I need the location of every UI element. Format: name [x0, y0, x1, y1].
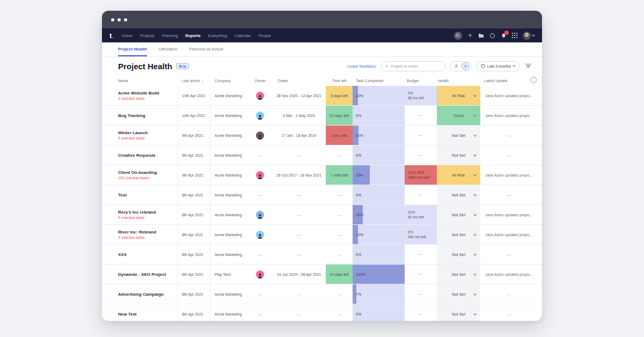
- owner-avatar[interactable]: [256, 231, 264, 239]
- header-latest-update[interactable]: Latest Update: [480, 79, 538, 83]
- project-name[interactable]: XXX: [118, 252, 127, 257]
- table-row[interactable]: Client On-boarding 152 overdue tasks 9th…: [102, 165, 542, 185]
- header-time-left[interactable]: Time left: [326, 79, 353, 83]
- header-budget[interactable]: Budget: [405, 79, 437, 83]
- tab-utilization[interactable]: Utilization: [159, 42, 178, 56]
- header-health[interactable]: Health: [437, 79, 480, 83]
- chevron-down-icon: [473, 134, 477, 137]
- project-name[interactable]: River Inc: Rebrand: [118, 230, 156, 235]
- latest-update: ---: [480, 284, 538, 304]
- project-name[interactable]: Bug Tracking: [118, 113, 145, 118]
- health-dropdown[interactable]: Not Set: [437, 205, 480, 224]
- tab-planned-vs-actual[interactable]: Planned vs Actual: [189, 42, 223, 56]
- table-row[interactable]: Advertising Campaign 8th Apr 2021 Acme M…: [102, 284, 542, 304]
- project-dates: 3 Mar - 1 May 2021: [272, 106, 326, 125]
- table-row[interactable]: XXX 8th Apr 2021 Acme Marketing --- --- …: [102, 245, 542, 265]
- date-range-selector[interactable]: Last 3 months: [476, 61, 520, 71]
- window-control-close[interactable]: [111, 18, 114, 21]
- overdue-tasks-label: 152 overdue tasks: [118, 176, 149, 180]
- health-dropdown[interactable]: Not Set: [437, 304, 480, 321]
- owner-avatar[interactable]: [256, 270, 264, 279]
- health-dropdown[interactable]: Not Set: [437, 225, 480, 244]
- owner-avatar[interactable]: [256, 131, 264, 140]
- add-icon[interactable]: [467, 33, 473, 38]
- health-dropdown[interactable]: Not Set: [437, 245, 480, 264]
- nav-item-calendar[interactable]: Calendar: [235, 33, 251, 38]
- health-dropdown[interactable]: Not Set: [437, 284, 480, 304]
- header-owner[interactable]: Owner: [248, 79, 272, 83]
- table-row[interactable]: Creative Requests 9th Apr 2021 Acme Mark…: [102, 145, 542, 165]
- overdue-tasks-label: 5 overdue tasks: [118, 136, 144, 140]
- report-tabs: Project Health Utilization Planned vs Ac…: [102, 42, 542, 57]
- table-row[interactable]: New Test 8th Apr 2021 Acme Marketing ---…: [102, 304, 542, 321]
- nav-item-everything[interactable]: Everything: [208, 33, 227, 38]
- health-dropdown[interactable]: Not Set: [437, 126, 480, 145]
- header-company[interactable]: Company: [210, 79, 248, 83]
- info-icon[interactable]: i: [530, 77, 537, 83]
- project-name[interactable]: Acme Website Build: [118, 91, 159, 96]
- owner-avatar[interactable]: [256, 171, 264, 179]
- search-icon[interactable]: [454, 32, 462, 40]
- project-name[interactable]: Client On-boarding: [118, 170, 157, 175]
- latest-update: ---: [480, 126, 538, 145]
- app-logo[interactable]: t.: [109, 32, 114, 39]
- filter-icon[interactable]: [524, 63, 532, 70]
- last-active-date: 8th Apr 2021: [178, 245, 210, 264]
- project-name[interactable]: Creative Requests: [118, 153, 156, 158]
- header-task-completion[interactable]: Task Completion: [353, 79, 405, 83]
- owner-avatar[interactable]: [256, 211, 264, 219]
- sort-desc-icon: ↓: [201, 79, 203, 83]
- nav-item-planning[interactable]: Planning: [162, 33, 178, 38]
- notifications-bell-icon[interactable]: [501, 33, 507, 39]
- table-row[interactable]: Winter Launch 5 overdue tasks 9th Apr 20…: [102, 126, 542, 145]
- project-name[interactable]: Advertising Campaign: [118, 292, 164, 297]
- project-name[interactable]: Rory's Inc rebrand: [118, 210, 156, 215]
- owner-avatar[interactable]: [256, 92, 264, 100]
- window-control-zoom[interactable]: [124, 18, 127, 21]
- table-row[interactable]: Test 8th Apr 2021 Acme Marketing --- ---…: [102, 185, 542, 205]
- table-row[interactable]: Bug Tracking 10th Apr 2021 Acme Marketin…: [102, 106, 542, 126]
- apps-grid-icon[interactable]: [512, 33, 518, 39]
- health-dropdown[interactable]: At Risk: [437, 86, 480, 105]
- table-row[interactable]: Rory's Inc rebrand 9 overdue tasks 8th A…: [102, 205, 542, 225]
- budget-cell: 0% 450 hrs left: [405, 225, 437, 244]
- leave-feedback-link[interactable]: Leave feedback: [347, 64, 376, 69]
- health-status: At Risk: [452, 93, 465, 98]
- budget-cell: ---: [405, 106, 437, 125]
- health-dropdown[interactable]: Not Set: [437, 145, 480, 165]
- table-row[interactable]: River Inc: Rebrand 9 overdue tasks 8th A…: [102, 225, 542, 245]
- search-input[interactable]: [391, 64, 441, 68]
- owner-cell: ---: [248, 284, 272, 304]
- table-row[interactable]: Acme Website Build 3 overdue tasks 10th …: [102, 86, 542, 106]
- nav-item-people[interactable]: People: [259, 33, 271, 38]
- project-name[interactable]: Test: [118, 193, 127, 197]
- help-icon[interactable]: [489, 33, 495, 39]
- nav-item-projects[interactable]: Projects: [140, 33, 155, 38]
- gear-icon[interactable]: [462, 62, 470, 70]
- health-dropdown[interactable]: Not Set: [437, 185, 480, 204]
- health-dropdown[interactable]: Not Set: [437, 265, 480, 284]
- header-dates[interactable]: Dates: [272, 79, 326, 83]
- tab-project-health[interactable]: Project Health: [118, 42, 147, 56]
- project-name[interactable]: Winter Launch: [118, 130, 148, 135]
- latest-update: ---: [480, 245, 538, 264]
- project-name[interactable]: New Test: [118, 312, 137, 317]
- user-menu[interactable]: [523, 32, 535, 40]
- person-icon[interactable]: [454, 64, 459, 69]
- header-name[interactable]: Name: [118, 79, 178, 83]
- table-row[interactable]: Dynamite - SEO Project 8th Apr 2021 Play…: [102, 265, 542, 284]
- nav-item-reports[interactable]: Reports: [185, 33, 200, 38]
- owner-avatar[interactable]: [256, 112, 264, 120]
- task-completion-cell: 20%: [353, 205, 405, 224]
- health-dropdown[interactable]: At Risk: [437, 165, 480, 185]
- nav-item-home[interactable]: Home: [122, 33, 133, 38]
- folder-icon[interactable]: [478, 33, 484, 38]
- budget-hours: 65 hrs left: [408, 96, 424, 100]
- project-name[interactable]: Dynamite - SEO Project: [118, 272, 166, 277]
- header-last-active[interactable]: Last active↓: [178, 79, 210, 83]
- chevron-down-icon: [473, 114, 477, 117]
- company-name: Acme Marketing: [210, 126, 248, 145]
- company-name: Acme Marketing: [210, 145, 248, 165]
- window-control-minimize[interactable]: [118, 18, 121, 21]
- health-dropdown[interactable]: Good: [437, 106, 480, 125]
